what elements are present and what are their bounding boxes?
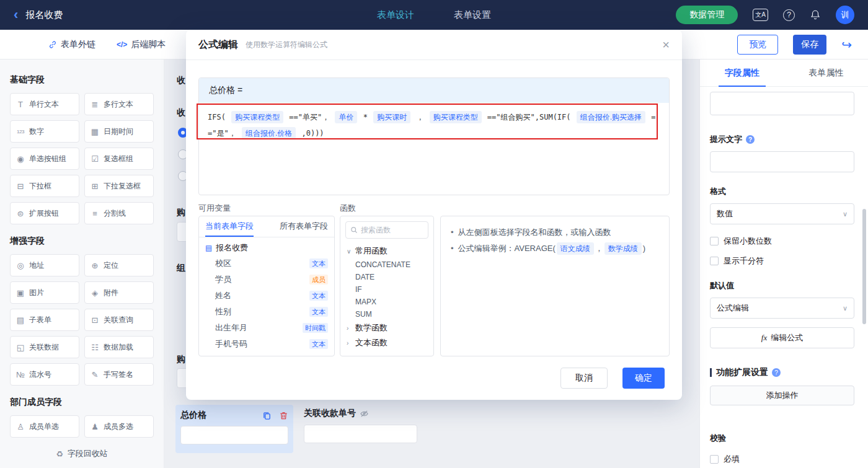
variable-row[interactable]: 出生年月时间戳: [199, 320, 334, 336]
function-search-input[interactable]: [361, 226, 423, 234]
checkbox-unchecked[interactable]: [710, 237, 719, 245]
field-type-button[interactable]: T单行文本: [10, 93, 79, 115]
form-external-link-button[interactable]: 表单外链: [48, 39, 95, 50]
hint-text-input[interactable]: [710, 151, 854, 172]
field-type-button[interactable]: ⊡关联查询: [84, 309, 154, 331]
share-icon[interactable]: ↪: [841, 37, 852, 52]
field-type-label: 关联查询: [104, 315, 133, 325]
tab-field-properties[interactable]: 字段属性: [700, 60, 784, 86]
total-price-field-card[interactable]: 总价格: [175, 405, 293, 453]
section-marker: [710, 368, 712, 377]
function-item[interactable]: SUM: [340, 308, 433, 320]
variable-row[interactable]: 姓名文本: [199, 288, 334, 304]
help-icon[interactable]: ?: [783, 9, 795, 21]
field-type-icon: ≣: [90, 100, 100, 109]
field-type-icon: ⊕: [90, 261, 100, 270]
formula-field-chip[interactable]: 购买课程类型: [430, 111, 482, 123]
field-type-button[interactable]: №流水号: [10, 363, 79, 386]
copy-icon[interactable]: [262, 411, 272, 420]
field-type-button[interactable]: ☷数据加载: [84, 336, 154, 358]
format-select[interactable]: 数值 ∨: [710, 203, 854, 224]
field-type-button[interactable]: ◎地址: [10, 254, 79, 276]
enhanced-fields-grid: ◎地址 ⊕定位 ▣图片 ◈附件 ▤子表单 ⊡关联查询 ◱关联数据 ☷数据加载 №…: [10, 254, 154, 386]
function-group-common[interactable]: ∨ 常用函数: [340, 244, 433, 258]
trash-icon[interactable]: [279, 411, 288, 420]
variable-row[interactable]: 校区文本: [199, 255, 334, 272]
field-type-button[interactable]: ▦日期时间: [84, 120, 154, 143]
field-type-icon: ♟: [90, 422, 100, 431]
link-icon: [48, 40, 57, 49]
add-action-button[interactable]: 添加操作: [710, 386, 854, 405]
tab-form-design[interactable]: 表单设计: [377, 9, 414, 21]
default-value-select[interactable]: 公式编辑 ∨: [710, 298, 854, 319]
variable-row[interactable]: 学员成员: [199, 272, 334, 288]
close-icon[interactable]: ×: [662, 38, 670, 51]
thousands-separator-checkbox-row[interactable]: 显示千分符: [710, 255, 854, 267]
field-type-button[interactable]: ▤子表单: [10, 309, 79, 331]
translate-icon[interactable]: 文A: [753, 9, 768, 21]
field-type-button[interactable]: ≡分割线: [84, 202, 154, 224]
preview-button[interactable]: 预览: [737, 35, 778, 55]
formula-field-chip[interactable]: 购买课程类型: [231, 111, 283, 123]
tab-all-form-fields[interactable]: 所有表单字段: [280, 216, 328, 237]
form-tree-root[interactable]: ▤ 报名收费: [199, 237, 334, 255]
function-group-math[interactable]: › 数学函数: [340, 320, 433, 335]
function-group-label: 常用函数: [355, 245, 388, 257]
function-item[interactable]: IF: [340, 283, 433, 296]
field-type-button[interactable]: ◈附件: [84, 281, 154, 304]
tab-current-form-fields[interactable]: 当前表单字段: [205, 216, 254, 237]
avatar[interactable]: 训: [836, 6, 854, 24]
field-type-button[interactable]: ♙成员单选: [10, 415, 79, 438]
formula-field-chip[interactable]: 单价: [335, 111, 357, 123]
function-item[interactable]: CONCATENATE: [340, 258, 433, 271]
field-type-button[interactable]: ⊟下拉框: [10, 175, 79, 197]
extension-help-icon[interactable]: ?: [772, 368, 781, 377]
field-type-label: 单行文本: [29, 99, 59, 110]
formula-editor-area[interactable]: IFS( 购买课程类型 =="单买"， 单价 * 购买课时 ， 购买课程类型 =…: [199, 103, 669, 148]
field-type-button[interactable]: ⊜扩展按钮: [10, 202, 79, 224]
variable-row[interactable]: 性别文本: [199, 304, 334, 320]
formula-field-chip[interactable]: 组合报价.价格: [242, 127, 296, 139]
scrollbar-thumb[interactable]: [862, 209, 866, 324]
field-type-button[interactable]: ⊞下拉复选框: [84, 175, 154, 197]
function-group-text[interactable]: › 文本函数: [340, 335, 433, 350]
field-type-button[interactable]: ♟成员多选: [84, 415, 154, 438]
checkbox-unchecked[interactable]: [710, 257, 719, 265]
field-recycle-bin-button[interactable]: ♻ 字段回收站: [0, 439, 164, 468]
formula-field-chip[interactable]: 购买课时: [373, 111, 410, 123]
related-receipt-field[interactable]: 关联收款单号: [304, 408, 418, 443]
field-type-button[interactable]: ◉单选按钮组: [10, 148, 79, 170]
total-price-input[interactable]: [180, 426, 288, 444]
save-button[interactable]: 保存: [793, 35, 826, 55]
functions-panel: ∨ 常用函数 CONCATENATE DATE IF MAPX SUM › 数学…: [340, 216, 434, 356]
related-receipt-input[interactable]: [304, 425, 417, 443]
modal-title: 公式编辑: [198, 38, 238, 51]
backend-script-button[interactable]: </> 后端脚本: [117, 39, 166, 50]
cancel-button[interactable]: 取消: [560, 368, 608, 389]
function-search-box[interactable]: [345, 221, 428, 239]
tab-form-properties[interactable]: 表单属性: [784, 60, 868, 86]
function-item[interactable]: MAPX: [340, 296, 433, 308]
variable-row[interactable]: 手机号码文本: [199, 336, 334, 352]
eye-off-icon[interactable]: [360, 409, 369, 418]
keep-decimals-checkbox-row[interactable]: 保留小数位数: [710, 236, 854, 247]
checkbox-unchecked[interactable]: [710, 455, 719, 464]
edit-formula-button[interactable]: fx 编辑公式: [710, 327, 854, 348]
field-type-button[interactable]: ▣图片: [10, 281, 79, 304]
back-icon[interactable]: ‹: [14, 8, 18, 22]
formula-field-chip[interactable]: 组合报价.购买选择: [577, 111, 645, 123]
data-manage-button[interactable]: 数据管理: [676, 6, 738, 24]
field-type-button[interactable]: ≣多行文本: [84, 93, 154, 115]
field-type-button[interactable]: ✎手写签名: [84, 363, 154, 386]
required-checkbox-row[interactable]: 必填: [710, 454, 854, 465]
field-type-button[interactable]: ☑复选框组: [84, 148, 154, 170]
function-item[interactable]: DATE: [340, 271, 433, 283]
field-type-button[interactable]: 123数字: [10, 120, 79, 143]
hint-help-icon[interactable]: ?: [746, 135, 755, 144]
tab-form-settings[interactable]: 表单设置: [454, 9, 491, 21]
field-type-button[interactable]: ◱关联数据: [10, 336, 79, 358]
field-title-input[interactable]: [710, 92, 854, 115]
notification-bell-icon[interactable]: [810, 9, 821, 20]
field-type-button[interactable]: ⊕定位: [84, 254, 154, 276]
confirm-button[interactable]: 确定: [622, 368, 665, 389]
